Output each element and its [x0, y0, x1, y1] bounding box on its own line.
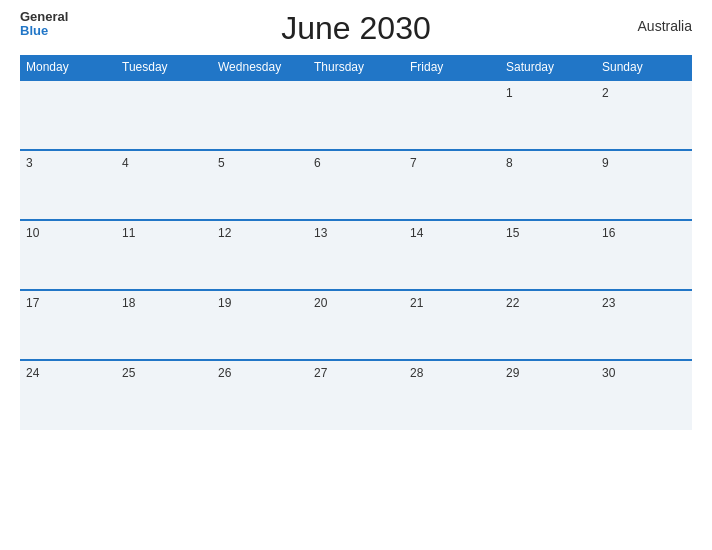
day-header-friday: Friday	[404, 55, 500, 80]
day-number: 15	[506, 226, 519, 240]
day-header-monday: Monday	[20, 55, 116, 80]
calendar-cell: 9	[596, 150, 692, 220]
logo: General Blue	[20, 10, 68, 39]
calendar-cell	[212, 80, 308, 150]
day-header-saturday: Saturday	[500, 55, 596, 80]
calendar-cell: 8	[500, 150, 596, 220]
day-number: 3	[26, 156, 33, 170]
logo-general-text: General	[20, 10, 68, 24]
country-label: Australia	[638, 18, 692, 34]
day-number: 6	[314, 156, 321, 170]
day-header-tuesday: Tuesday	[116, 55, 212, 80]
day-number: 16	[602, 226, 615, 240]
day-number: 29	[506, 366, 519, 380]
calendar-cell: 30	[596, 360, 692, 430]
calendar-cell: 6	[308, 150, 404, 220]
calendar-week-3: 10111213141516	[20, 220, 692, 290]
day-number: 4	[122, 156, 129, 170]
day-number: 7	[410, 156, 417, 170]
calendar-cell: 28	[404, 360, 500, 430]
day-number: 22	[506, 296, 519, 310]
calendar-cell: 20	[308, 290, 404, 360]
calendar-cell: 22	[500, 290, 596, 360]
calendar-cell: 23	[596, 290, 692, 360]
day-number: 28	[410, 366, 423, 380]
calendar-header: General Blue June 2030 Australia	[20, 10, 692, 47]
day-number: 11	[122, 226, 135, 240]
calendar-cell: 27	[308, 360, 404, 430]
day-number: 9	[602, 156, 609, 170]
calendar-cell: 12	[212, 220, 308, 290]
day-header-sunday: Sunday	[596, 55, 692, 80]
day-number: 26	[218, 366, 231, 380]
calendar-cell	[404, 80, 500, 150]
day-number: 21	[410, 296, 423, 310]
calendar-cell: 19	[212, 290, 308, 360]
calendar-cell: 16	[596, 220, 692, 290]
month-title: June 2030	[281, 10, 430, 47]
calendar-week-2: 3456789	[20, 150, 692, 220]
calendar-cell: 24	[20, 360, 116, 430]
calendar-table: MondayTuesdayWednesdayThursdayFridaySatu…	[20, 55, 692, 430]
calendar-cell: 13	[308, 220, 404, 290]
calendar-cell: 7	[404, 150, 500, 220]
day-header-thursday: Thursday	[308, 55, 404, 80]
calendar-cell	[20, 80, 116, 150]
day-number: 5	[218, 156, 225, 170]
logo-blue-text: Blue	[20, 24, 48, 38]
day-number: 14	[410, 226, 423, 240]
day-number: 17	[26, 296, 39, 310]
calendar-header-row: MondayTuesdayWednesdayThursdayFridaySatu…	[20, 55, 692, 80]
calendar-cell: 21	[404, 290, 500, 360]
calendar-cell: 5	[212, 150, 308, 220]
day-number: 2	[602, 86, 609, 100]
day-number: 30	[602, 366, 615, 380]
calendar-cell: 4	[116, 150, 212, 220]
calendar-week-1: 12	[20, 80, 692, 150]
day-number: 27	[314, 366, 327, 380]
calendar-cell	[116, 80, 212, 150]
calendar-cell: 2	[596, 80, 692, 150]
calendar-week-5: 24252627282930	[20, 360, 692, 430]
calendar-cell: 14	[404, 220, 500, 290]
calendar-body: 1234567891011121314151617181920212223242…	[20, 80, 692, 430]
calendar-week-4: 17181920212223	[20, 290, 692, 360]
calendar-cell: 25	[116, 360, 212, 430]
calendar-cell: 11	[116, 220, 212, 290]
day-number: 20	[314, 296, 327, 310]
day-header-wednesday: Wednesday	[212, 55, 308, 80]
day-number: 18	[122, 296, 135, 310]
calendar-cell: 3	[20, 150, 116, 220]
day-number: 24	[26, 366, 39, 380]
day-number: 8	[506, 156, 513, 170]
calendar-cell	[308, 80, 404, 150]
calendar-cell: 26	[212, 360, 308, 430]
calendar-cell: 1	[500, 80, 596, 150]
day-number: 12	[218, 226, 231, 240]
day-number: 10	[26, 226, 39, 240]
day-number: 1	[506, 86, 513, 100]
calendar-cell: 29	[500, 360, 596, 430]
calendar-cell: 17	[20, 290, 116, 360]
calendar-cell: 10	[20, 220, 116, 290]
day-number: 25	[122, 366, 135, 380]
calendar-cell: 15	[500, 220, 596, 290]
day-number: 23	[602, 296, 615, 310]
day-number: 19	[218, 296, 231, 310]
calendar-cell: 18	[116, 290, 212, 360]
day-number: 13	[314, 226, 327, 240]
